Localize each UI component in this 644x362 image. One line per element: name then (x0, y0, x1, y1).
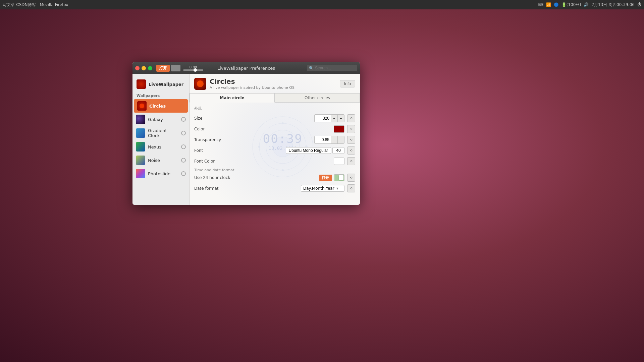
color-row: Color ⟲ (194, 125, 355, 133)
search-icon: 🔍 (309, 66, 314, 70)
sidebar-header: LiveWallpaper (132, 77, 189, 92)
font-color-swatch[interactable] (334, 158, 344, 165)
window-title: LiveWallpaper Preferences (217, 66, 275, 71)
search-input[interactable] (315, 66, 355, 70)
font-label: Font (194, 148, 228, 153)
gradient-clock-thumb (136, 128, 145, 138)
use-24h-label: Use 24 hour clock (194, 175, 254, 180)
keyboard-icon: ⌨ (537, 2, 543, 7)
opacity-slider[interactable] (183, 69, 203, 71)
size-reset-button[interactable]: ⟲ (347, 114, 355, 122)
transparency-increment-button[interactable]: + (337, 136, 344, 143)
transparency-reset-button[interactable]: ⟲ (347, 136, 355, 144)
sidebar-section-label: Wallpapers (132, 92, 189, 99)
content-subtitle: A live wallpaper inspired by Ubuntu phon… (210, 85, 336, 90)
close-button[interactable] (135, 66, 140, 70)
transparency-label: Transparency (194, 137, 228, 142)
datetime: 2月13日 周四 00:39:06 (591, 2, 635, 8)
color-reset-button[interactable]: ⟲ (347, 125, 355, 133)
opacity-toggle[interactable] (171, 65, 180, 71)
maximize-button[interactable] (148, 66, 152, 70)
font-color-reset-button[interactable]: ⟲ (347, 157, 355, 165)
circles-thumb (137, 101, 147, 111)
sidebar-item-label-noise: Noise (148, 158, 178, 163)
tab-main-circle[interactable]: Main circle (190, 93, 275, 103)
power-icon: ⏻ (637, 2, 641, 7)
minimize-button[interactable] (142, 66, 146, 70)
sidebar-item-galaxy[interactable]: Galaxy (132, 113, 189, 126)
size-decrement-button[interactable]: − (331, 115, 337, 122)
settings-area: 外观 Size 320 − + ⟲ Color (190, 103, 360, 198)
taskbar-title: 写文章-CSDN博客 - Mozilla Firefox (3, 2, 68, 8)
nexus-radio (181, 144, 186, 149)
color-swatch[interactable] (334, 125, 344, 133)
tabs-row: Main circle Other circles (190, 93, 360, 103)
sidebar-item-nexus[interactable]: Nexus (132, 140, 189, 154)
content-header: Circles A live wallpaper inspired by Ubu… (190, 74, 360, 93)
use-24h-reset-button[interactable]: ⟲ (347, 174, 355, 182)
photoslide-thumb (136, 169, 145, 178)
date-format-reset-button[interactable]: ⟲ (347, 184, 355, 192)
galaxy-radio (181, 117, 186, 122)
use-24h-toggle-label[interactable]: 打开 (319, 175, 332, 181)
taskbar: 写文章-CSDN博客 - Mozilla Firefox ⌨ 📶 🔵 🔋 (10… (0, 0, 644, 9)
circles-radio (180, 104, 184, 108)
opacity-slider-thumb (194, 68, 197, 72)
sidebar-item-noise[interactable]: Noise (132, 154, 189, 167)
sidebar-item-label-photoslide: Photoslide (148, 171, 178, 176)
noise-radio (181, 158, 186, 163)
font-color-label: Font Color (194, 159, 228, 164)
info-button[interactable]: Info (340, 80, 355, 87)
transparency-decrement-button[interactable]: − (331, 136, 337, 143)
font-color-row: Font Color ⟲ (194, 157, 355, 165)
sidebar: LiveWallpaper Wallpapers Circles Galaxy (132, 74, 190, 205)
transparency-spinbox: 0.85 − + (314, 136, 344, 144)
sidebar-item-label-gradient-clock: Gradient Clock (148, 128, 178, 138)
size-input[interactable]: 320 (315, 115, 331, 121)
date-format-dropdown-wrapper: Day.Month.Year ▼ (289, 185, 344, 192)
sidebar-item-circles[interactable]: Circles (134, 99, 188, 113)
titlebar: 打开 0.88 LiveWallpaper Preferences 🔍 (132, 62, 360, 74)
opacity-control: 打开 0.88 (156, 65, 203, 72)
date-format-label: Date format (194, 186, 228, 191)
use-24h-row: Use 24 hour clock 打开 ⟲ (194, 174, 355, 182)
date-format-dropdown[interactable]: Day.Month.Year ▼ (301, 185, 344, 192)
photoslide-radio (181, 171, 186, 176)
wifi-icon: 📶 (546, 2, 551, 7)
sidebar-item-label-circles: Circles (149, 104, 177, 109)
font-size-input[interactable]: 40 (332, 147, 344, 154)
font-name-button[interactable]: Ubuntu Mono Regular (286, 147, 331, 154)
noise-thumb (136, 156, 145, 165)
sidebar-item-photoslide[interactable]: Photoslide (132, 167, 189, 180)
circles-header-icon (194, 78, 206, 90)
color-label: Color (194, 127, 228, 131)
transparency-row: Transparency 0.85 − + ⟲ (194, 136, 355, 144)
gradient-clock-radio (181, 131, 186, 135)
app-icon-thumb (137, 79, 146, 89)
bluetooth-icon: 🔵 (554, 2, 559, 7)
search-box: 🔍 (307, 65, 357, 71)
date-format-value: Day.Month.Year (303, 186, 334, 191)
use-24h-toggle-track[interactable] (334, 174, 344, 181)
sidebar-app-name: LiveWallpaper (149, 82, 183, 87)
nexus-thumb (136, 142, 145, 152)
content-header-text: Circles A live wallpaper inspired by Ubu… (210, 77, 336, 90)
sidebar-item-label-nexus: Nexus (148, 144, 178, 149)
livewallpaper-window: 打开 0.88 LiveWallpaper Preferences 🔍 Live… (132, 62, 360, 205)
battery-status: 🔋 (100%) (561, 2, 581, 7)
tab-other-circles[interactable]: Other circles (275, 93, 360, 102)
font-reset-button[interactable]: ⟲ (347, 146, 355, 155)
window-body: LiveWallpaper Wallpapers Circles Galaxy (132, 74, 360, 205)
chevron-down-icon: ▼ (336, 187, 338, 190)
time-date-section-label: Time and date format (194, 168, 355, 172)
size-increment-button[interactable]: + (337, 115, 344, 122)
date-format-row: Date format Day.Month.Year ▼ ⟲ (194, 184, 355, 192)
sidebar-item-label-galaxy: Galaxy (148, 117, 178, 122)
sidebar-item-gradient-clock[interactable]: Gradient Clock (132, 126, 189, 140)
transparency-input[interactable]: 0.85 (315, 137, 331, 143)
app-icon (137, 79, 146, 89)
open-button[interactable]: 打开 (156, 65, 170, 72)
size-label: Size (194, 116, 228, 121)
size-spinbox: 320 − + (314, 114, 344, 122)
appearance-section-label: 外观 (194, 106, 355, 112)
